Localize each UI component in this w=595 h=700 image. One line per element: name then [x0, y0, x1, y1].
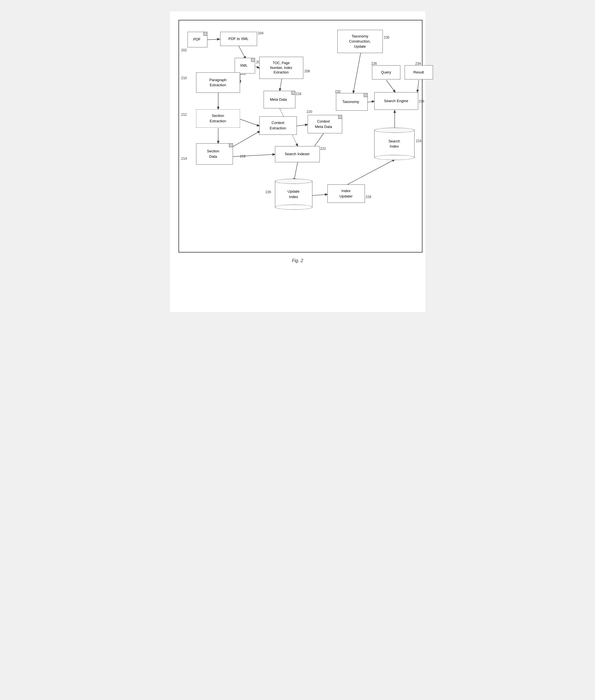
label-222: 222	[320, 147, 326, 151]
svg-line-16	[353, 53, 361, 93]
svg-line-19	[417, 80, 419, 92]
context-extraction-node: Context Extraction	[259, 116, 297, 135]
label-212: 212	[181, 113, 187, 117]
label-216: 216	[296, 92, 302, 96]
label-228: 228	[366, 195, 371, 199]
paragraph-extraction-node: Paragraph Extraction	[196, 72, 240, 93]
svg-line-8	[240, 119, 259, 126]
search-index-node: Search Index	[374, 130, 415, 158]
label-208: 208	[305, 69, 310, 73]
svg-line-13	[312, 194, 328, 196]
svg-line-0	[207, 39, 220, 40]
taxonomy-construction-node: Taxonomy Construction, Update	[337, 30, 383, 53]
svg-line-17	[368, 101, 374, 102]
label-230: 230	[384, 35, 390, 39]
section-extraction-node: Section Extraction	[196, 109, 240, 128]
label-218: 218	[240, 155, 246, 158]
section-data-node: Section Data	[196, 143, 233, 165]
svg-line-12	[294, 162, 298, 181]
pdf-to-xml-node: PDF to XML	[220, 32, 257, 46]
toc-extraction-node: TOC, Page Number, Index Extraction	[259, 57, 303, 79]
svg-line-9	[297, 124, 308, 126]
label-224: 224	[416, 139, 422, 143]
label-210: 210	[181, 76, 187, 80]
context-meta-node: Context Meta Data	[308, 115, 342, 133]
xml-node: XML	[235, 58, 255, 74]
svg-line-11	[233, 155, 275, 157]
label-236: 236	[419, 99, 424, 103]
figure-caption: Fig. 2	[178, 258, 417, 263]
label-234: 234	[416, 62, 421, 65]
taxonomy-node: Taxonomy	[336, 93, 368, 111]
query-node: Query	[372, 65, 400, 80]
svg-line-14	[346, 160, 395, 185]
result-node: Result	[405, 65, 433, 80]
label-226-query: 226	[371, 62, 377, 65]
search-engine-node: Search Engine	[374, 92, 418, 110]
label-232: 232	[335, 90, 341, 94]
svg-line-1	[238, 46, 246, 59]
label-220: 220	[307, 110, 312, 114]
label-202: 202	[181, 48, 187, 52]
update-index-node: Update Index	[275, 181, 312, 208]
diagram: PDF 202 PDF to XML 204 XML 206 TOC, Page…	[178, 20, 423, 253]
label-226-update: 226	[265, 190, 271, 194]
meta-data-node: Meta Data	[263, 91, 295, 108]
page: PDF 202 PDF to XML 204 XML 206 TOC, Page…	[170, 11, 425, 312]
svg-line-2	[256, 66, 259, 68]
pdf-node: PDF	[188, 32, 207, 47]
svg-line-7	[280, 79, 282, 91]
search-indexer-node: Search Indexer	[275, 146, 320, 162]
index-updater-node: Index Updater	[328, 185, 365, 203]
label-214: 214	[181, 157, 187, 161]
label-204: 204	[258, 31, 263, 35]
svg-line-18	[386, 80, 395, 92]
